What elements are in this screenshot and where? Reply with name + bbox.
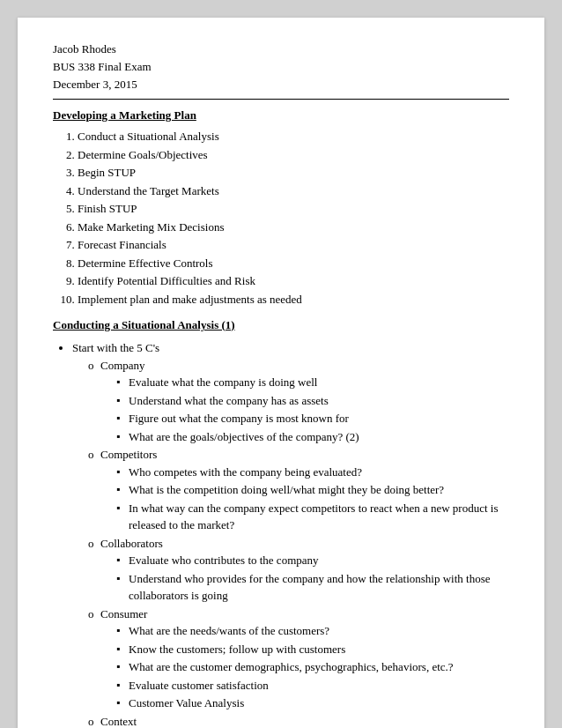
subsection-name: Company [100, 359, 145, 372]
five-cs-list: Start with the 5 C's CompanyEvaluate wha… [72, 339, 509, 728]
list-item: Make Marketing Mix Decisions [78, 219, 509, 236]
list-item: Begin STUP [78, 164, 509, 182]
subsection-item: CollaboratorsEvaluate who contributes to… [88, 535, 509, 605]
detail-item: In what way can the company expect compe… [116, 500, 509, 534]
detail-item: Customer Value Analysis [116, 695, 509, 712]
section2-title: Conducting a Situational Analysis (1) [53, 318, 509, 332]
detail-item: Understand what the company has as asset… [116, 392, 509, 410]
detail-item: Evaluate who contributes to the company [116, 552, 509, 569]
detail-item: What are the customer demographics, psyc… [116, 658, 509, 676]
detail-item: Evaluate what the company is doing well [116, 374, 509, 391]
list-item: Forecast Financials [78, 236, 509, 254]
subsection-name: Consumer [100, 607, 147, 620]
subsection-name: Collaborators [100, 537, 163, 550]
subsection-name: Context [100, 715, 137, 728]
subsection-item: ContextOverall look at the economyLook a… [88, 713, 509, 729]
divider [53, 99, 509, 100]
subsection-item: ConsumerWhat are the needs/wants of the … [88, 605, 509, 712]
list-item: Understand the Target Markets [78, 182, 509, 200]
detail-item: What are the needs/wants of the customer… [116, 622, 509, 640]
page: Jacob Rhodes BUS 338 Final Exam December… [18, 18, 544, 728]
detail-item: Understand who provides for the company … [116, 570, 509, 605]
date: December 3, 2015 [53, 78, 509, 92]
subsection-item: CompanyEvaluate what the company is doin… [88, 357, 509, 446]
list-item: Finish STUP [78, 200, 509, 218]
marketing-plan-list: Conduct a Situational AnalysisDetermine … [78, 128, 509, 308]
detail-item: Evaluate customer satisfaction [116, 677, 509, 695]
list-item: Conduct a Situational Analysis [78, 128, 509, 145]
subsection-item: CompetitorsWho competes with the company… [88, 446, 509, 534]
subsection-detail-list: What are the needs/wants of the customer… [116, 622, 509, 712]
detail-item: What are the goals/objectives of the com… [116, 428, 509, 446]
detail-item: What is the competition doing well/what … [116, 481, 509, 499]
company-level: CompanyEvaluate what the company is doin… [88, 357, 509, 729]
subsection-name: Competitors [100, 448, 157, 461]
list-item: Determine Effective Controls [78, 255, 509, 272]
five-cs-item: Start with the 5 C's CompanyEvaluate wha… [72, 339, 509, 728]
detail-item: Who competes with the company being eval… [116, 464, 509, 481]
course: BUS 338 Final Exam [53, 60, 509, 74]
detail-item: Figure out what the company is most know… [116, 410, 509, 427]
section1-title: Developing a Marketing Plan [53, 108, 509, 123]
author: Jacob Rhodes [53, 42, 509, 56]
list-item: Determine Goals/Objectives [78, 146, 509, 164]
subsection-detail-list: Who competes with the company being eval… [116, 464, 509, 534]
subsection-detail-list: Evaluate who contributes to the companyU… [116, 552, 509, 605]
list-item: Implement plan and make adjustments as n… [78, 291, 509, 308]
detail-item: Know the customers; follow up with custo… [116, 641, 509, 658]
subsection-detail-list: Evaluate what the company is doing wellU… [116, 374, 509, 445]
list-item: Identify Potential Difficulties and Risk [78, 272, 509, 290]
